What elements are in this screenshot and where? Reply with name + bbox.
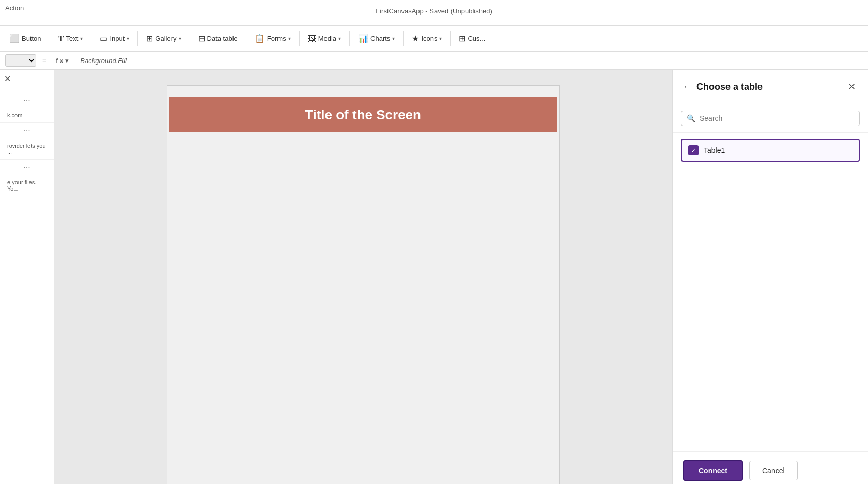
toolbar-item-custom[interactable]: ⊞ Cus... xyxy=(455,32,489,45)
left-sidebar: ✕ ··· k.com ··· rovider lets you ... ···… xyxy=(0,70,54,484)
canvas-area: Title of the Screen xyxy=(54,70,672,484)
charts-icon: 📊 xyxy=(358,34,368,43)
panel-close-button[interactable]: ✕ xyxy=(846,79,858,95)
formula-x-symbol: x xyxy=(60,57,64,65)
panel-header: ← Choose a table ✕ xyxy=(673,70,868,104)
icons-icon: ★ xyxy=(412,34,419,43)
toolbar-item-datatable[interactable]: ⊟ Data table xyxy=(194,32,242,45)
formula-f-symbol: f xyxy=(56,57,58,65)
search-box: 🔍 xyxy=(681,111,860,126)
toolbar-item-input[interactable]: ▭ Input ▾ xyxy=(96,32,133,45)
button-icon: ⬜ xyxy=(9,34,20,43)
toolbar-icons-label: Icons xyxy=(421,35,437,42)
toolbar-item-media[interactable]: 🖼 Media ▾ xyxy=(304,32,345,45)
toolbar-gallery-label: Gallery xyxy=(155,35,176,42)
divider-8 xyxy=(403,31,404,46)
text-chevron: ▾ xyxy=(80,36,83,41)
divider-5 xyxy=(246,31,246,46)
divider-2 xyxy=(91,31,91,46)
action-label: Action xyxy=(5,4,24,12)
toolbar-item-gallery[interactable]: ⊞ Gallery ▾ xyxy=(142,32,185,45)
divider-3 xyxy=(137,31,138,46)
table-item-table1[interactable]: ✓ Table1 xyxy=(681,139,860,162)
divider-1 xyxy=(50,31,50,46)
main-layout: ✕ ··· k.com ··· rovider lets you ... ···… xyxy=(0,70,868,484)
forms-icon: 📋 xyxy=(255,34,265,43)
sidebar-item-1: k.com xyxy=(0,108,54,123)
sidebar-item-3: e your files. Yo... xyxy=(0,175,54,196)
toolbar-wrapper: Action FirstCanvasApp - Saved (Unpublish… xyxy=(0,0,868,26)
toolbar-text-label: Text xyxy=(66,35,79,42)
formula-input[interactable]: Background.Fill xyxy=(76,56,863,66)
toolbar-item-icons[interactable]: ★ Icons ▾ xyxy=(408,32,446,45)
formula-eq-sign: = xyxy=(40,56,49,65)
connect-button[interactable]: Connect xyxy=(683,460,743,481)
datatable-icon: ⊟ xyxy=(198,34,205,43)
input-chevron: ▾ xyxy=(127,36,129,41)
divider-9 xyxy=(450,31,451,46)
custom-icon: ⊞ xyxy=(459,34,466,43)
panel-footer: Connect Cancel xyxy=(673,451,868,484)
toolbar-datatable-label: Data table xyxy=(207,35,238,42)
forms-chevron: ▾ xyxy=(288,36,291,41)
sidebar-close-button[interactable]: ✕ xyxy=(4,74,11,84)
toolbar-forms-label: Forms xyxy=(267,35,286,42)
formula-bar: = f x ▾ Background.Fill xyxy=(0,52,868,70)
sidebar-item-2: rovider lets you ... xyxy=(0,138,54,160)
search-icon: 🔍 xyxy=(687,114,695,122)
toolbar-input-label: Input xyxy=(110,35,125,42)
toolbar-item-charts[interactable]: 📊 Charts ▾ xyxy=(354,32,399,45)
divider-6 xyxy=(299,31,300,46)
table1-checkbox: ✓ xyxy=(688,145,699,155)
right-panel: ← Choose a table ✕ 🔍 ✓ Table1 Connect Ca… xyxy=(672,70,868,484)
text-icon: 𝐓 xyxy=(58,34,64,43)
formula-select[interactable] xyxy=(5,54,36,67)
media-icon: 🖼 xyxy=(308,34,316,43)
toolbar: ⬜ Button 𝐓 Text ▾ ▭ Input ▾ ⊞ Gallery ▾ … xyxy=(0,26,868,52)
canvas-title-text: Title of the Screen xyxy=(305,107,421,123)
input-icon: ▭ xyxy=(100,34,107,43)
toolbar-button-label: Button xyxy=(22,35,41,42)
divider-4 xyxy=(190,31,190,46)
sidebar-dots-3[interactable]: ··· xyxy=(0,160,54,175)
toolbar-item-forms[interactable]: 📋 Forms ▾ xyxy=(251,32,295,45)
canvas-frame: Title of the Screen xyxy=(167,85,560,484)
media-chevron: ▾ xyxy=(338,36,341,41)
toolbar-item-button[interactable]: ⬜ Button xyxy=(5,32,45,45)
canvas-title-bar: Title of the Screen xyxy=(169,97,557,132)
sidebar-dots-2[interactable]: ··· xyxy=(0,123,54,138)
gallery-chevron: ▾ xyxy=(179,36,181,41)
search-input[interactable] xyxy=(700,114,854,122)
toolbar-custom-label: Cus... xyxy=(468,35,485,42)
panel-search: 🔍 xyxy=(673,104,868,133)
toolbar-item-text[interactable]: 𝐓 Text ▾ xyxy=(54,32,87,45)
divider-7 xyxy=(349,31,350,46)
sidebar-dots-1[interactable]: ··· xyxy=(0,92,54,108)
icons-chevron: ▾ xyxy=(439,36,442,41)
gallery-icon: ⊞ xyxy=(146,34,153,43)
charts-chevron: ▾ xyxy=(392,36,395,41)
formula-chevron: ▾ xyxy=(65,57,69,65)
panel-content: ✓ Table1 xyxy=(673,133,868,451)
panel-back-button[interactable]: ← xyxy=(683,82,691,91)
table1-name: Table1 xyxy=(704,146,725,154)
toolbar-media-label: Media xyxy=(318,35,336,42)
app-name: FirstCanvasApp - Saved (Unpublished) xyxy=(376,7,492,15)
cancel-button[interactable]: Cancel xyxy=(749,461,798,480)
formula-fx-button[interactable]: f x ▾ xyxy=(53,56,72,66)
panel-title: Choose a table xyxy=(696,82,763,92)
toolbar-charts-label: Charts xyxy=(370,35,390,42)
